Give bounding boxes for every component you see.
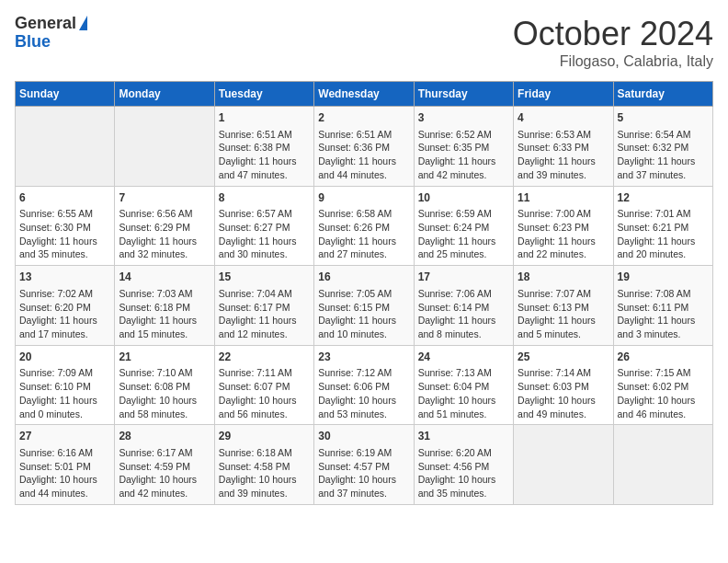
day-number: 7 (119, 190, 210, 206)
calendar-cell: 12Sunrise: 7:01 AM Sunset: 6:21 PM Dayli… (613, 186, 712, 266)
day-number: 16 (318, 270, 409, 285)
day-number: 8 (219, 190, 310, 206)
day-content: Sunrise: 6:17 AM Sunset: 4:59 PM Dayligh… (119, 446, 210, 500)
day-content: Sunrise: 7:10 AM Sunset: 6:08 PM Dayligh… (119, 366, 210, 420)
day-content: Sunrise: 7:09 AM Sunset: 6:10 PM Dayligh… (19, 366, 110, 420)
calendar-cell: 1Sunrise: 6:51 AM Sunset: 6:38 PM Daylig… (214, 107, 313, 187)
calendar-cell (514, 425, 613, 505)
day-content: Sunrise: 7:01 AM Sunset: 6:21 PM Dayligh… (618, 207, 709, 261)
calendar-week-row: 20Sunrise: 7:09 AM Sunset: 6:10 PM Dayli… (16, 345, 713, 425)
day-content: Sunrise: 7:05 AM Sunset: 6:15 PM Dayligh… (318, 287, 409, 341)
calendar-cell: 10Sunrise: 6:59 AM Sunset: 6:24 PM Dayli… (414, 186, 513, 266)
day-number: 11 (518, 190, 609, 206)
day-content: Sunrise: 7:00 AM Sunset: 6:23 PM Dayligh… (518, 207, 609, 261)
day-number: 6 (19, 190, 110, 206)
calendar-cell (613, 425, 712, 505)
calendar-cell: 25Sunrise: 7:14 AM Sunset: 6:03 PM Dayli… (514, 345, 613, 425)
day-content: Sunrise: 6:55 AM Sunset: 6:30 PM Dayligh… (19, 207, 110, 261)
calendar-cell: 2Sunrise: 6:51 AM Sunset: 6:36 PM Daylig… (314, 107, 414, 187)
day-content: Sunrise: 7:11 AM Sunset: 6:07 PM Dayligh… (219, 366, 310, 420)
calendar-cell: 30Sunrise: 6:19 AM Sunset: 4:57 PM Dayli… (314, 425, 414, 505)
day-content: Sunrise: 6:51 AM Sunset: 6:38 PM Dayligh… (219, 128, 310, 182)
day-content: Sunrise: 6:20 AM Sunset: 4:56 PM Dayligh… (418, 446, 509, 500)
calendar-cell (115, 107, 214, 187)
day-content: Sunrise: 7:02 AM Sunset: 6:20 PM Dayligh… (19, 287, 110, 341)
calendar-cell: 21Sunrise: 7:10 AM Sunset: 6:08 PM Dayli… (115, 345, 214, 425)
calendar-cell: 18Sunrise: 7:07 AM Sunset: 6:13 PM Dayli… (514, 266, 613, 346)
day-content: Sunrise: 6:18 AM Sunset: 4:58 PM Dayligh… (219, 446, 310, 500)
calendar-week-row: 13Sunrise: 7:02 AM Sunset: 6:20 PM Dayli… (16, 266, 713, 346)
calendar-cell: 24Sunrise: 7:13 AM Sunset: 6:04 PM Dayli… (414, 345, 513, 425)
day-content: Sunrise: 6:54 AM Sunset: 6:32 PM Dayligh… (618, 128, 709, 182)
day-content: Sunrise: 6:58 AM Sunset: 6:26 PM Dayligh… (318, 207, 409, 261)
day-number: 31 (418, 429, 509, 444)
calendar-cell: 19Sunrise: 7:08 AM Sunset: 6:11 PM Dayli… (613, 266, 712, 346)
calendar-cell: 26Sunrise: 7:15 AM Sunset: 6:02 PM Dayli… (613, 345, 712, 425)
day-number: 30 (318, 429, 409, 444)
calendar-cell: 7Sunrise: 6:56 AM Sunset: 6:29 PM Daylig… (115, 186, 214, 266)
day-content: Sunrise: 7:14 AM Sunset: 6:03 PM Dayligh… (518, 366, 609, 420)
calendar-cell: 9Sunrise: 6:58 AM Sunset: 6:26 PM Daylig… (314, 186, 414, 266)
calendar-cell: 3Sunrise: 6:52 AM Sunset: 6:35 PM Daylig… (414, 107, 513, 187)
title-block: October 2024 Filogaso, Calabria, Italy (513, 15, 713, 70)
weekday-header-wednesday: Wednesday (314, 82, 414, 107)
day-content: Sunrise: 7:06 AM Sunset: 6:14 PM Dayligh… (418, 287, 509, 341)
calendar-cell: 15Sunrise: 7:04 AM Sunset: 6:17 PM Dayli… (214, 266, 313, 346)
weekday-header-saturday: Saturday (613, 82, 712, 107)
calendar-cell: 5Sunrise: 6:54 AM Sunset: 6:32 PM Daylig… (613, 107, 712, 187)
day-number: 5 (618, 110, 709, 126)
day-content: Sunrise: 6:16 AM Sunset: 5:01 PM Dayligh… (19, 446, 110, 500)
calendar-cell (16, 107, 115, 187)
day-number: 26 (618, 350, 709, 365)
day-number: 21 (119, 350, 210, 365)
calendar-cell: 22Sunrise: 7:11 AM Sunset: 6:07 PM Dayli… (214, 345, 313, 425)
day-number: 18 (518, 270, 609, 285)
calendar-cell: 20Sunrise: 7:09 AM Sunset: 6:10 PM Dayli… (16, 345, 115, 425)
day-number: 27 (19, 429, 110, 444)
day-number: 15 (219, 270, 310, 285)
logo-blue-text: Blue (15, 32, 51, 51)
day-number: 20 (19, 350, 110, 365)
logo-triangle-icon (79, 16, 87, 30)
weekday-header-monday: Monday (115, 82, 214, 107)
day-content: Sunrise: 7:04 AM Sunset: 6:17 PM Dayligh… (219, 287, 310, 341)
day-content: Sunrise: 6:56 AM Sunset: 6:29 PM Dayligh… (119, 207, 210, 261)
day-number: 12 (618, 190, 709, 206)
calendar-cell: 17Sunrise: 7:06 AM Sunset: 6:14 PM Dayli… (414, 266, 513, 346)
day-number: 24 (418, 350, 509, 365)
calendar-cell: 4Sunrise: 6:53 AM Sunset: 6:33 PM Daylig… (514, 107, 613, 187)
day-content: Sunrise: 7:03 AM Sunset: 6:18 PM Dayligh… (119, 287, 210, 341)
day-content: Sunrise: 7:13 AM Sunset: 6:04 PM Dayligh… (418, 366, 509, 420)
page-header: General Blue October 2024 Filogaso, Cala… (15, 15, 713, 70)
day-number: 13 (19, 270, 110, 285)
calendar-cell: 8Sunrise: 6:57 AM Sunset: 6:27 PM Daylig… (214, 186, 313, 266)
logo-general-text: General (15, 15, 76, 33)
day-number: 29 (219, 429, 310, 444)
day-number: 25 (518, 350, 609, 365)
calendar-cell: 27Sunrise: 6:16 AM Sunset: 5:01 PM Dayli… (16, 425, 115, 505)
calendar-cell: 31Sunrise: 6:20 AM Sunset: 4:56 PM Dayli… (414, 425, 513, 505)
day-content: Sunrise: 7:15 AM Sunset: 6:02 PM Dayligh… (618, 366, 709, 420)
day-number: 1 (219, 110, 310, 126)
calendar-cell: 29Sunrise: 6:18 AM Sunset: 4:58 PM Dayli… (214, 425, 313, 505)
calendar-table: SundayMondayTuesdayWednesdayThursdayFrid… (15, 81, 713, 505)
calendar-week-row: 1Sunrise: 6:51 AM Sunset: 6:38 PM Daylig… (16, 107, 713, 187)
day-content: Sunrise: 6:51 AM Sunset: 6:36 PM Dayligh… (318, 128, 409, 182)
day-content: Sunrise: 7:08 AM Sunset: 6:11 PM Dayligh… (618, 287, 709, 341)
weekday-header-tuesday: Tuesday (214, 82, 313, 107)
day-content: Sunrise: 6:53 AM Sunset: 6:33 PM Dayligh… (518, 128, 609, 182)
calendar-cell: 16Sunrise: 7:05 AM Sunset: 6:15 PM Dayli… (314, 266, 414, 346)
calendar-cell: 23Sunrise: 7:12 AM Sunset: 6:06 PM Dayli… (314, 345, 414, 425)
day-number: 22 (219, 350, 310, 365)
calendar-week-row: 6Sunrise: 6:55 AM Sunset: 6:30 PM Daylig… (16, 186, 713, 266)
day-number: 14 (119, 270, 210, 285)
calendar-cell: 28Sunrise: 6:17 AM Sunset: 4:59 PM Dayli… (115, 425, 214, 505)
calendar-location: Filogaso, Calabria, Italy (513, 53, 713, 70)
day-content: Sunrise: 6:19 AM Sunset: 4:57 PM Dayligh… (318, 446, 409, 500)
day-content: Sunrise: 7:07 AM Sunset: 6:13 PM Dayligh… (518, 287, 609, 341)
weekday-header-thursday: Thursday (414, 82, 513, 107)
day-content: Sunrise: 6:59 AM Sunset: 6:24 PM Dayligh… (418, 207, 509, 261)
calendar-header-row: SundayMondayTuesdayWednesdayThursdayFrid… (16, 82, 713, 107)
day-number: 3 (418, 110, 509, 126)
calendar-cell: 11Sunrise: 7:00 AM Sunset: 6:23 PM Dayli… (514, 186, 613, 266)
